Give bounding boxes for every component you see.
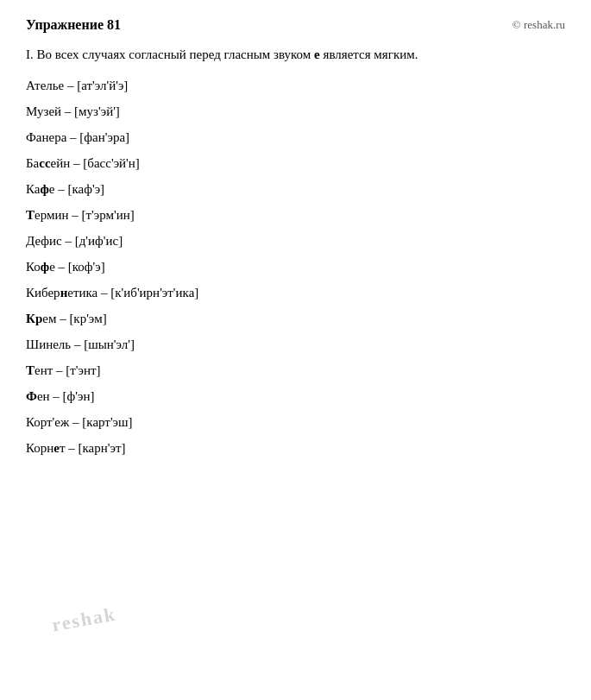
list-item: Фанера – [фан'эра] xyxy=(26,127,565,148)
transcription: [каф'э] xyxy=(68,182,105,196)
word-text: Корнет xyxy=(26,441,66,455)
transcription: [т'энт] xyxy=(66,363,100,377)
site-label: © reshak.ru xyxy=(512,18,565,32)
list-item: Дефис – [д'иф'ис] xyxy=(26,230,565,251)
transcription: [карт'эш] xyxy=(82,415,132,429)
list-item: Корт'еж – [карт'эш] xyxy=(26,412,565,432)
list-item: Шинель – [шын'эл'] xyxy=(26,334,565,355)
list-item: Кафе – [каф'э] xyxy=(26,179,565,199)
list-item: Тент – [т'энт] xyxy=(26,360,565,381)
word-text: Ателье xyxy=(26,79,64,92)
transcription: [карн'эт] xyxy=(79,441,126,455)
transcription: [ф'эн] xyxy=(63,389,95,403)
list-item: Фен – [ф'эн] xyxy=(26,386,565,407)
list-item: Термин – [т'эрм'ин] xyxy=(26,205,565,225)
word-text: Термин xyxy=(26,208,69,222)
list-item: Корнет – [карн'эт] xyxy=(26,438,565,458)
word-list: Ателье – [ат'эл'й'э] Музей – [муз'эй'] Ф… xyxy=(26,75,565,458)
intro-text: Во всех случаях согласный перед гласным … xyxy=(37,47,315,61)
transcription: [к'иб'ирн'эт'ика] xyxy=(110,286,198,300)
transcription: [коф'э] xyxy=(68,260,105,274)
list-item: Бассейн – [басс'эй'н] xyxy=(26,153,565,173)
transcription: [муз'эй'] xyxy=(74,104,120,118)
section-intro: I. Во всех случаях согласный перед гласн… xyxy=(26,45,565,65)
transcription: [т'эрм'ин] xyxy=(82,208,135,222)
word-text: Кафе xyxy=(26,182,55,196)
word-text: Крем xyxy=(26,312,56,325)
list-item: Кофе – [коф'э] xyxy=(26,256,565,277)
word-text: Фен xyxy=(26,389,50,403)
transcription: [д'иф'ис] xyxy=(75,234,123,248)
word-text: Корт'еж xyxy=(26,415,69,429)
watermark: reshak xyxy=(50,603,118,637)
word-text: Музей xyxy=(26,104,61,118)
list-item: Ателье – [ат'эл'й'э] xyxy=(26,75,565,96)
transcription: [шын'эл'] xyxy=(84,337,135,351)
list-item: Крем – [кр'эм] xyxy=(26,308,565,329)
transcription: [кр'эм] xyxy=(69,312,106,325)
word-text: Бассейн xyxy=(26,156,70,170)
intro-bold-word: е xyxy=(314,47,320,61)
word-text: Шинель xyxy=(26,337,71,351)
transcription: [ат'эл'й'э] xyxy=(77,79,128,92)
transcription: [фан'эра] xyxy=(79,130,129,144)
transcription: [басс'эй'н] xyxy=(83,156,140,170)
intro-text2: является мягким. xyxy=(320,47,418,61)
word-text: Фанера xyxy=(26,130,66,144)
intro-roman: I. xyxy=(26,47,34,61)
list-item: Музей – [муз'эй'] xyxy=(26,101,565,122)
exercise-title: Упражнение 81 xyxy=(26,17,121,33)
word-text: Кофе xyxy=(26,260,55,274)
list-item: Кибернетика – [к'иб'ирн'эт'ика] xyxy=(26,282,565,303)
word-text: Тент xyxy=(26,363,53,377)
word-text: Кибернетика xyxy=(26,286,97,300)
word-text: Дефис xyxy=(26,234,62,248)
